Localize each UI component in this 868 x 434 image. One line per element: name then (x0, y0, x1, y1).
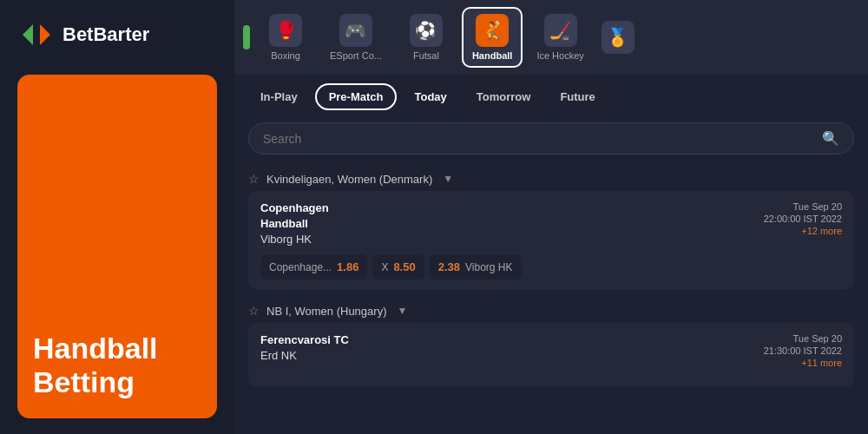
sports-nav: 🥊 Boxing 🎮 ESport Co... ⚽ Futsal 🤾 Handb… (234, 0, 868, 75)
odds-home-btn-copenhagen[interactable]: Copenhage... 1.86 (260, 254, 367, 279)
sport-item-boxing[interactable]: 🥊 Boxing (255, 9, 316, 66)
odds-draw-btn-copenhagen[interactable]: X 8.50 (372, 254, 424, 279)
match-meta-ferencvarosi: Tue Sep 20 21:30:00 IST 2022 +11 more (764, 333, 842, 368)
boxing-icon: 🥊 (269, 14, 302, 47)
odds-home-team-label: Copenhage... (269, 261, 332, 273)
match-teams-ferencvarosi: Ferencvarosi TC Erd NK (260, 333, 349, 362)
league-name-kvindeligaen: Kvindeligaen, Women (Denmark) (266, 173, 432, 186)
left-panel: BetBarter HandballBetting (0, 0, 234, 434)
team-away-erd: Erd NK (260, 349, 349, 362)
search-area: 🔍 (234, 119, 868, 163)
right-panel: 🥊 Boxing 🎮 ESport Co... ⚽ Futsal 🤾 Handb… (234, 0, 868, 434)
star-icon-nb1: ☆ (248, 304, 260, 318)
logo-icon (17, 16, 56, 54)
brand-name: BetBarter (62, 23, 149, 46)
match-info-row-ferencvarosi: Ferencvarosi TC Erd NK Tue Sep 20 21:30:… (260, 333, 842, 368)
icehockey-icon: 🏒 (544, 14, 577, 47)
content-area: ☆ Kvindeligaen, Women (Denmark) ▼ Copenh… (234, 163, 868, 434)
match-info-row-copenhagen: Copenhagen Handball Viborg HK Tue Sep 20… (260, 201, 842, 246)
match-date-line2-ferencvarosi: 21:30:00 IST 2022 (764, 345, 842, 356)
hero-banner: HandballBetting (17, 75, 217, 418)
search-icon: 🔍 (822, 130, 839, 147)
league-name-nb1: NB I, Women (Hungary) (266, 305, 386, 318)
hero-text: HandballBetting (33, 332, 158, 399)
sport-item-esport[interactable]: 🎮 ESport Co... (321, 9, 391, 66)
league-header-kvindeligaen[interactable]: ☆ Kvindeligaen, Women (Denmark) ▼ (248, 167, 854, 191)
sport-item-futsal[interactable]: ⚽ Futsal (396, 9, 457, 66)
match-date-line1-copenhagen: Tue Sep 20 (793, 201, 842, 212)
odds-draw-value: 8.50 (393, 260, 415, 273)
more-sport-icon: 🏅 (602, 21, 635, 54)
match-card-ferencvarosi: Ferencvarosi TC Erd NK Tue Sep 20 21:30:… (248, 323, 854, 387)
sport-item-more[interactable]: 🏅 (598, 16, 638, 59)
tab-tomorrow[interactable]: Tomorrow (464, 85, 543, 108)
odds-home-value: 1.86 (337, 260, 358, 273)
league-header-nb1[interactable]: ☆ NB I, Women (Hungary) ▼ (248, 299, 854, 323)
more-link-ferencvarosi[interactable]: +11 more (801, 358, 842, 368)
boxing-label: Boxing (271, 50, 300, 61)
match-teams-copenhagen: Copenhagen Handball Viborg HK (260, 201, 329, 246)
odds-away-btn-copenhagen[interactable]: 2.38 Viborg HK (430, 254, 522, 279)
team-away-viborg: Viborg HK (260, 233, 329, 246)
nav-indicator (243, 25, 250, 49)
search-box: 🔍 (248, 122, 854, 155)
tab-prematch[interactable]: Pre-Match (315, 83, 398, 110)
dropdown-icon-nb1: ▼ (397, 305, 407, 317)
search-input[interactable] (263, 132, 813, 146)
match-meta-copenhagen: Tue Sep 20 22:00:00 IST 2022 +12 more (764, 201, 842, 236)
dropdown-icon-kvindeligaen: ▼ (443, 173, 453, 185)
icehockey-label: Ice Hockey (536, 50, 583, 61)
esport-label: ESport Co... (330, 50, 382, 61)
match-date-line1-ferencvarosi: Tue Sep 20 (793, 333, 842, 344)
team-home-line2: Handball (260, 217, 329, 230)
handball-icon: 🤾 (476, 14, 509, 47)
match-card-copenhagen: Copenhagen Handball Viborg HK Tue Sep 20… (248, 191, 854, 290)
more-link-copenhagen[interactable]: +12 more (801, 226, 842, 236)
futsal-label: Futsal (413, 50, 439, 61)
sport-item-handball[interactable]: 🤾 Handball (462, 7, 523, 68)
match-tabs: In-Play Pre-Match Today Tomorrow Future (234, 75, 868, 119)
tab-today[interactable]: Today (402, 85, 458, 108)
odds-away-team-label: Viborg HK (465, 261, 512, 273)
esport-icon: 🎮 (339, 14, 372, 47)
tab-future[interactable]: Future (548, 85, 607, 108)
odds-draw-label: X (381, 261, 388, 273)
match-date-line2-copenhagen: 22:00:00 IST 2022 (764, 214, 842, 224)
team-home-line1: Copenhagen (260, 201, 329, 214)
sport-item-icehockey[interactable]: 🏒 Ice Hockey (528, 9, 592, 66)
handball-label: Handball (472, 50, 512, 61)
futsal-icon: ⚽ (410, 14, 443, 47)
logo-area: BetBarter (17, 16, 217, 54)
team-home-ferencvarosi: Ferencvarosi TC (260, 333, 349, 346)
tab-inplay[interactable]: In-Play (248, 85, 310, 108)
star-icon-kvindeligaen: ☆ (248, 172, 260, 186)
odds-away-value: 2.38 (438, 260, 460, 273)
odds-row-copenhagen: Copenhage... 1.86 X 8.50 2.38 Viborg HK (260, 254, 842, 279)
